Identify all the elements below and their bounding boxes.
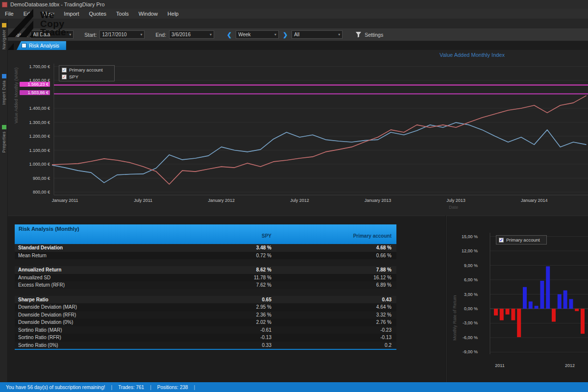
table-row[interactable]: Standard Deviation3.48 %4.68 % (15, 244, 396, 252)
side-tab-import-data[interactable]: Import Data (0, 74, 8, 105)
prev-period-button[interactable]: ❮ (223, 31, 236, 38)
table-spacer-row (15, 259, 396, 266)
settings-button[interactable]: Settings (365, 32, 383, 38)
menu-item-file[interactable]: File (0, 9, 19, 19)
monthly-return-bar (517, 309, 521, 337)
start-label: Start: (84, 32, 97, 38)
status-bar: You have 56 day(s) of subscription remai… (0, 382, 588, 392)
table-row[interactable]: Excess Return (RFR)7.62 %6.89 % (15, 281, 396, 289)
table-row[interactable]: Annualized SD11.78 %16.12 % (15, 274, 396, 282)
monthly-return-bar (546, 266, 550, 309)
metric-label: Downside Deviation (0%) (15, 319, 173, 325)
next-period-button[interactable]: ❯ (279, 31, 292, 38)
legend-item-primary[interactable]: ✓ Primary account (62, 67, 112, 73)
menu-item-import[interactable]: Import (59, 9, 84, 19)
table-row[interactable]: Downside Deviation (MAR)2.95 %4.64 % (15, 303, 396, 311)
checkbox-spy[interactable]: ✓ (62, 74, 67, 79)
table-body: Standard Deviation3.48 %4.68 %Mean Retur… (15, 244, 396, 349)
menu-item-tools[interactable]: Tools (111, 9, 134, 19)
table-row[interactable]: Sortino Ratio (RFR)-0.13-0.13 (15, 334, 396, 342)
period-step-value: Week (238, 32, 250, 37)
vami-x-tick: January 2012 (195, 198, 248, 203)
legend-item-primary[interactable]: ✓ Primary account (499, 237, 544, 243)
menu-item-help[interactable]: Help (163, 9, 184, 19)
start-date-value: 12/17/2010 (102, 32, 126, 37)
metric-label: Sortino Ratio (0%) (15, 343, 173, 348)
series-spy (52, 96, 587, 184)
bar-y-tick: 0,00 % (449, 306, 478, 311)
vami-ref-value-label: 1.503,86 € (20, 90, 50, 95)
monthly-return-panel: Monthly Rate of Return ✓ Primary account… (448, 223, 588, 382)
metric-label: Annualized Return (15, 267, 173, 272)
primary-account-value: 4.68 % (276, 245, 396, 250)
menu-item-quotes[interactable]: Quotes (84, 9, 111, 19)
chevron-down-icon: ▾ (210, 32, 212, 37)
primary-account-value: 0.66 % (276, 253, 396, 258)
tab-risk-analysis[interactable]: Risk Analysis (17, 41, 66, 50)
monthly-return-bar (569, 299, 573, 309)
filter-funnel-icon[interactable] (355, 31, 362, 38)
table-row[interactable]: Downside Deviation (0%)2.02 %2.76 % (15, 318, 396, 326)
table-row[interactable]: Sortino Ratio (0%)0.330.2 (15, 342, 396, 349)
account-filter-select[interactable]: All ▾ (292, 30, 343, 39)
table-row[interactable]: Sortino Ratio (MAR)-0.61-0.23 (15, 326, 396, 334)
spy-value: 8.62 % (173, 267, 276, 272)
primary-account-value: 2.76 % (276, 319, 396, 325)
period-step-select[interactable]: Week ▾ (236, 30, 279, 39)
table-row[interactable]: Sharpe Ratio0.650.43 (15, 296, 396, 304)
table-row[interactable]: Mean Return0.72 %0.66 % (15, 252, 396, 260)
properties-icon (2, 125, 6, 129)
column-header-primary[interactable]: Primary account (276, 233, 396, 239)
status-separator: | (194, 385, 196, 390)
monthly-return-bar (564, 291, 567, 309)
panel-splitter[interactable] (445, 216, 446, 382)
primary-account-value: 6.89 % (276, 282, 396, 288)
bar-y-tick: 6,00 % (449, 277, 478, 282)
menu-item-view[interactable]: View (38, 9, 59, 19)
spy-value: 2.95 % (173, 304, 276, 310)
bar-y-tick: -3,00 % (449, 320, 478, 325)
end-date-input[interactable]: 3/6/2016 ▾ (169, 30, 214, 39)
monthly-return-bar (500, 309, 504, 320)
primary-account-value: 0.2 (276, 343, 396, 348)
side-tab-navigator[interactable]: Navigator (0, 23, 8, 49)
checkbox-primary-account[interactable]: ✓ (62, 68, 67, 73)
monthly-return-bar (529, 301, 533, 309)
menu-item-edit[interactable]: Edit (19, 9, 38, 19)
risk-analysis-table: Risk Analysis (Monthly) SPY Primary acco… (15, 224, 396, 350)
dates-range-select[interactable]: All Data ▾ (30, 30, 74, 39)
vami-chart-panel: Value Added Monthly Index Value Added Mo… (8, 50, 588, 216)
menu-item-window[interactable]: Window (134, 9, 163, 19)
vami-x-tick: July 2011 (116, 198, 170, 203)
side-tab-label: Properties (1, 131, 6, 153)
monthly-return-bar (552, 309, 556, 322)
dates-range-value: All Data (33, 32, 50, 37)
side-tab-properties[interactable]: Properties (0, 125, 8, 153)
chevron-down-icon: ▾ (140, 32, 142, 37)
table-row[interactable]: Annualized Return8.62 %7.88 % (15, 266, 396, 274)
spy-value: 0.65 (173, 297, 276, 302)
metric-label: Downside Deviation (RFR) (15, 312, 173, 318)
monthly-return-bar (523, 287, 527, 309)
metric-label: Sortino Ratio (MAR) (15, 327, 173, 333)
metric-label: Downside Deviation (MAR) (15, 304, 173, 310)
monthly-return-bar (506, 309, 510, 315)
primary-account-value: 3.32 % (276, 312, 396, 318)
legend-label: SPY (69, 74, 78, 79)
metric-label: Sortino Ratio (RFR) (15, 335, 173, 340)
bar-x-tick: 2011 (488, 363, 512, 368)
title-bar: DemoDatabase.tdbx - TradingDiary Pro (0, 0, 588, 9)
positions-count: Positions: 238 (151, 385, 194, 390)
checkbox-primary-account[interactable]: ✓ (499, 238, 504, 243)
metric-label: Mean Return (15, 253, 173, 258)
vami-x-tick: January 2014 (507, 198, 561, 203)
table-row[interactable]: Downside Deviation (RFR)2.36 %3.32 % (15, 311, 396, 319)
monthly-return-bar (581, 309, 585, 334)
bar-y-tick: -6,00 % (449, 335, 478, 340)
side-tab-label: Import Data (1, 80, 6, 105)
legend-item-spy[interactable]: ✓ SPY (62, 74, 112, 79)
column-header-spy[interactable]: SPY (173, 233, 276, 239)
legend-label: Primary account (506, 237, 540, 243)
start-date-input[interactable]: 12/17/2010 ▾ (99, 30, 145, 39)
chevron-down-icon: ▾ (274, 32, 276, 37)
